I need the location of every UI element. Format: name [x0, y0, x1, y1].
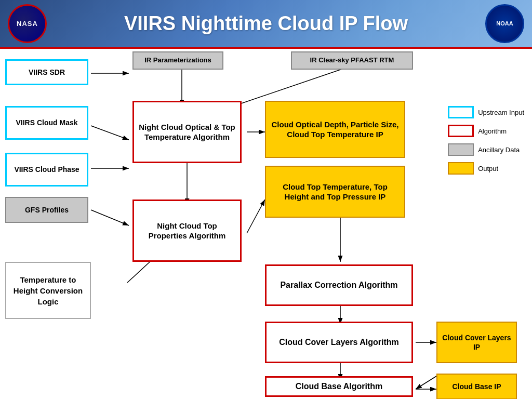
cloud-base-ip-box: Cloud Base IP: [436, 374, 517, 399]
legend: Upstream Input Algorithm Ancillary Data …: [448, 106, 524, 175]
viirs-cloud-phase-box: VIIRS Cloud Phase: [5, 153, 88, 187]
legend-ancillary-icon: [448, 143, 474, 156]
legend-upstream-icon: [448, 106, 474, 118]
temp-height-box: Temperature to Height Conversion Logic: [5, 262, 91, 319]
cloud-top-temp-box: Cloud Top Temperature, Top Height and To…: [265, 166, 405, 218]
night-cloud-optical-box: Night Cloud Optical & Top Temperature Al…: [132, 101, 242, 163]
cloud-base-box: Cloud Base Algorithm: [265, 376, 413, 397]
night-cloud-top-box: Night Cloud Top Properties Algorithm: [132, 200, 242, 262]
legend-algorithm-icon: [448, 125, 474, 137]
viirs-sdr-box: VIIRS SDR: [5, 59, 88, 85]
main-content: VIIRS SDR VIIRS Cloud Mask VIIRS Cloud P…: [0, 49, 532, 399]
noaa-logo: NOAA: [485, 4, 524, 43]
ir-param-box: IR Parameterizations: [132, 51, 223, 70]
legend-ancillary: Ancillary Data: [448, 143, 524, 156]
viirs-cloud-mask-box: VIIRS Cloud Mask: [5, 106, 88, 140]
svg-line-10: [247, 200, 265, 233]
svg-line-3: [91, 126, 129, 140]
nasa-logo: NASA: [8, 4, 47, 43]
legend-output-icon: [448, 162, 474, 175]
svg-line-17: [416, 376, 436, 389]
svg-line-5: [91, 210, 129, 225]
header: NASA VIIRS Nighttime Cloud IP Flow NOAA: [0, 0, 532, 47]
legend-output: Output: [448, 162, 524, 175]
page-title: VIIRS Nighttime Cloud IP Flow: [47, 12, 485, 35]
cloud-cover-box: Cloud Cover Layers Algorithm: [265, 322, 413, 363]
ir-clearsky-box: IR Clear-sky PFAAST RTM: [291, 51, 413, 70]
svg-line-7: [234, 67, 348, 106]
nasa-text: NASA: [17, 20, 38, 28]
legend-algorithm: Algorithm: [448, 125, 524, 137]
cloud-cover-ip-box: Cloud Cover Layers IP: [436, 322, 517, 363]
legend-upstream: Upstream Input: [448, 106, 524, 118]
gfs-profiles-box: GFS Profiles: [5, 197, 88, 223]
noaa-text: NOAA: [496, 20, 513, 26]
cloud-od-box: Cloud Optical Depth, Particle Size, Clou…: [265, 101, 405, 158]
parallax-box: Parallax Correction Algorithm: [265, 264, 413, 306]
